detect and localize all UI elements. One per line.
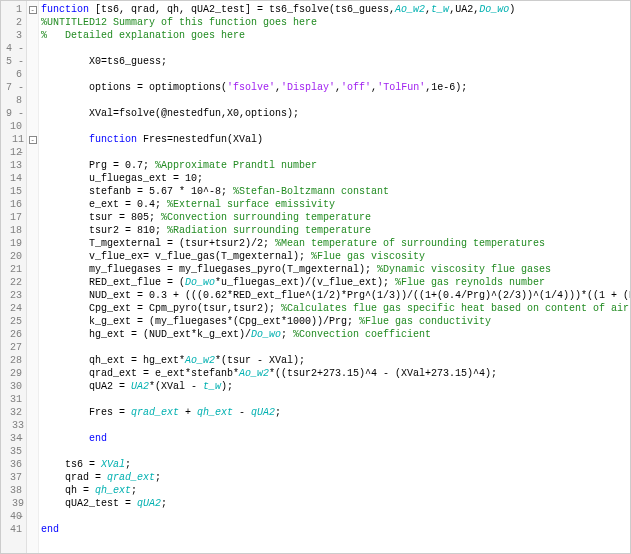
code-line[interactable]: qrad_ext = e_ext*stefanb*Ao_w2*((tsur2+2…: [39, 367, 630, 380]
code-line[interactable]: %UNTITLED12 Summary of this function goe…: [39, 16, 630, 29]
code-line[interactable]: [39, 94, 630, 107]
code-token: X0=ts6_guess;: [41, 56, 167, 67]
code-line[interactable]: % Detailed explanation goes here: [39, 29, 630, 42]
code-token: end: [41, 524, 59, 535]
code-line[interactable]: [39, 393, 630, 406]
code-token: Prg = 0.7;: [41, 160, 155, 171]
code-token: %Convection coefficient: [293, 329, 431, 340]
code-line[interactable]: e_ext = 0.4; %External surface emissivit…: [39, 198, 630, 211]
code-token: %Flue gas viscosity: [311, 251, 425, 262]
code-line[interactable]: options = optimoptions('fsolve','Display…: [39, 81, 630, 94]
code-token: %Mean temperature of surrounding tempera…: [275, 238, 545, 249]
fold-cell: [27, 198, 38, 211]
fold-toggle-icon[interactable]: -: [29, 136, 37, 144]
code-token: ;: [161, 498, 167, 509]
code-line[interactable]: [39, 146, 630, 159]
code-token: ;: [125, 459, 131, 470]
line-number: 32: [1, 406, 26, 419]
fold-cell: [27, 42, 38, 55]
code-editor[interactable]: 1234 -5 -67 -89 -1011 -12131415161718192…: [0, 0, 631, 554]
code-line[interactable]: qUA2 = UA2*(XVal - t_w);: [39, 380, 630, 393]
code-area[interactable]: function [ts6, qrad, qh, qUA2_test] = ts…: [39, 1, 630, 553]
fold-cell: [27, 250, 38, 263]
code-token: ;: [281, 329, 293, 340]
code-line[interactable]: [39, 510, 630, 523]
code-line[interactable]: Cpg_ext = Cpm_pyro(tsur,tsur2); %Calcula…: [39, 302, 630, 315]
code-line[interactable]: NUD_ext = 0.3 + (((0.62*RED_ext_flue^(1/…: [39, 289, 630, 302]
code-line[interactable]: end: [39, 523, 630, 536]
code-line[interactable]: Prg = 0.7; %Approximate Prandtl number: [39, 159, 630, 172]
line-number: 38: [1, 484, 26, 497]
code-line[interactable]: qh_ext = hg_ext*Ao_w2*(tsur - XVal);: [39, 354, 630, 367]
code-token: );: [221, 381, 233, 392]
code-token: function: [41, 4, 89, 15]
fold-column: --: [27, 1, 39, 553]
fold-cell: [27, 55, 38, 68]
code-line[interactable]: k_g_ext = (my_fluegases*(Cpg_ext*1000))/…: [39, 315, 630, 328]
code-token: *((tsur2+273.15)^4 - (XVal+273.15)^4);: [269, 368, 497, 379]
line-number: 36: [1, 458, 26, 471]
code-token: function: [89, 134, 137, 145]
fold-cell: [27, 419, 38, 432]
code-token: 'TolFun': [377, 82, 425, 93]
line-number: 13: [1, 159, 26, 172]
code-line[interactable]: tsur = 805; %Convection surrounding temp…: [39, 211, 630, 224]
fold-cell: -: [27, 133, 38, 146]
code-token: *(tsur - XVal);: [215, 355, 305, 366]
code-line[interactable]: qUA2_test = qUA2;: [39, 497, 630, 510]
code-line[interactable]: ts6 = XVal;: [39, 458, 630, 471]
code-line[interactable]: XVal=fsolve(@nestedfun,X0,options);: [39, 107, 630, 120]
code-line[interactable]: [39, 68, 630, 81]
code-token: T_mgexternal = (tsur+tsur2)/2;: [41, 238, 275, 249]
fold-cell: [27, 484, 38, 497]
fold-cell: [27, 328, 38, 341]
code-line[interactable]: [39, 120, 630, 133]
code-token: Cpg_ext = Cpm_pyro(tsur,tsur2);: [41, 303, 281, 314]
fold-cell: [27, 445, 38, 458]
line-number: 21: [1, 263, 26, 276]
line-number-gutter: 1234 -5 -67 -89 -1011 -12131415161718192…: [1, 1, 27, 553]
code-line[interactable]: [39, 341, 630, 354]
code-line[interactable]: v_flue_ex= v_flue_gas(T_mgexternal); %Fl…: [39, 250, 630, 263]
code-line[interactable]: u_fluegas_ext = 10;: [39, 172, 630, 185]
code-token: %Convection surrounding temperature: [161, 212, 371, 223]
code-line[interactable]: [39, 445, 630, 458]
code-line[interactable]: X0=ts6_guess;: [39, 55, 630, 68]
fold-cell: [27, 458, 38, 471]
code-token: qrad_ext = e_ext*stefanb*: [41, 368, 239, 379]
code-token: %Stefan-Boltzmann constant: [233, 186, 389, 197]
code-line[interactable]: [39, 419, 630, 432]
code-line[interactable]: stefanb = 5.67 * 10^-8; %Stefan-Boltzman…: [39, 185, 630, 198]
code-token: qrad_ext: [131, 407, 179, 418]
fold-cell: -: [27, 3, 38, 16]
code-line[interactable]: Fres = qrad_ext + qh_ext - qUA2;: [39, 406, 630, 419]
code-token: tsur2 = 810;: [41, 225, 167, 236]
code-line[interactable]: end: [39, 432, 630, 445]
line-number: 15: [1, 185, 26, 198]
line-number: 24: [1, 302, 26, 315]
code-line[interactable]: T_mgexternal = (tsur+tsur2)/2; %Mean tem…: [39, 237, 630, 250]
line-number: 26: [1, 328, 26, 341]
code-token: ,1e-6);: [425, 82, 467, 93]
code-token: XVal=fsolve(@nestedfun,X0,options);: [41, 108, 299, 119]
code-line[interactable]: qh = qh_ext;: [39, 484, 630, 497]
code-token: XVal: [101, 459, 125, 470]
code-line[interactable]: RED_ext_flue = (Do_wo*u_fluegas_ext)/(v_…: [39, 276, 630, 289]
code-token: options = optimoptions(: [41, 82, 227, 93]
code-line[interactable]: hg_ext = (NUD_ext*k_g_ext)/Do_wo; %Conve…: [39, 328, 630, 341]
code-token: hg_ext = (NUD_ext*k_g_ext)/: [41, 329, 251, 340]
code-token: ): [509, 4, 515, 15]
code-token: v_flue_ex= v_flue_gas(T_mgexternal);: [41, 251, 311, 262]
code-line[interactable]: function Fres=nestedfun(XVal): [39, 133, 630, 146]
code-token: *u_fluegas_ext)/(v_flue_ext);: [215, 277, 395, 288]
fold-toggle-icon[interactable]: -: [29, 6, 37, 14]
code-line[interactable]: function [ts6, qrad, qh, qUA2_test] = ts…: [39, 3, 630, 16]
code-line[interactable]: tsur2 = 810; %Radiation surrounding temp…: [39, 224, 630, 237]
code-line[interactable]: [39, 42, 630, 55]
code-token: Do_wo: [185, 277, 215, 288]
code-token: NUD_ext = 0.3 + (((0.62*RED_ext_flue^(1/…: [41, 290, 630, 301]
line-number: 22: [1, 276, 26, 289]
fold-cell: [27, 107, 38, 120]
code-line[interactable]: my_fluegases = my_fluegases_pyro(T_mgext…: [39, 263, 630, 276]
code-line[interactable]: qrad = qrad_ext;: [39, 471, 630, 484]
